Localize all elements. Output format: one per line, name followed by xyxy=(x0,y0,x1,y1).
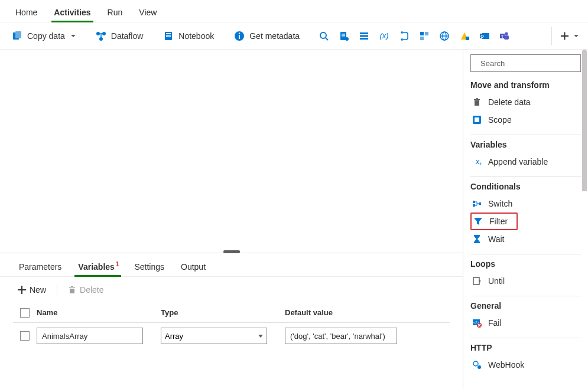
stored-proc-icon[interactable] xyxy=(355,27,373,45)
svg-rect-6 xyxy=(166,33,171,34)
section-loops: Loops xyxy=(470,259,581,269)
svg-text:(x): (x) xyxy=(379,31,388,40)
svg-rect-19 xyxy=(360,38,368,40)
delete-variable-button[interactable]: Delete xyxy=(63,283,108,297)
web-icon[interactable] xyxy=(436,27,453,45)
svg-rect-41 xyxy=(473,201,475,203)
tab-parameters[interactable]: Parameters xyxy=(11,259,70,276)
foreach-icon[interactable] xyxy=(395,27,413,45)
activity-delete-data[interactable]: Delete data xyxy=(470,93,581,111)
activity-filter[interactable]: Filter xyxy=(470,213,518,230)
activity-switch[interactable]: Switch xyxy=(470,195,581,213)
switch-icon xyxy=(472,198,482,209)
bottom-panel: Parameters Variables1 Settings Output Ne… xyxy=(0,253,463,389)
variable-type-select[interactable]: Array xyxy=(161,328,267,344)
copy-data-icon xyxy=(12,31,22,41)
lookup-icon[interactable] xyxy=(315,27,333,45)
col-default-header: Default value xyxy=(285,308,403,317)
activity-append-variable[interactable]: x+ Append variable xyxy=(470,153,581,171)
function-icon[interactable] xyxy=(456,27,473,45)
svg-rect-21 xyxy=(420,32,424,35)
activity-wait[interactable]: Wait xyxy=(470,230,581,248)
pipeline-canvas[interactable] xyxy=(0,50,463,253)
dataflow-label: Dataflow xyxy=(111,31,143,41)
copy-data-button[interactable]: Copy data xyxy=(7,28,80,44)
svg-point-16 xyxy=(345,37,349,41)
panel-splitter[interactable] xyxy=(223,250,240,253)
variable-default-input[interactable] xyxy=(285,328,397,344)
add-activity-button[interactable] xyxy=(551,27,569,45)
row-checkbox[interactable] xyxy=(20,331,30,341)
tab-activities[interactable]: Activities xyxy=(46,3,99,22)
get-metadata-button[interactable]: Get metadata xyxy=(229,28,304,44)
svg-point-10 xyxy=(239,32,240,34)
tab-run[interactable]: Run xyxy=(99,3,131,22)
svg-rect-32 xyxy=(504,35,509,40)
variable-name-input[interactable] xyxy=(37,328,143,344)
tab-output[interactable]: Output xyxy=(173,259,214,276)
teams-icon[interactable]: T xyxy=(496,27,514,45)
svg-rect-7 xyxy=(166,35,171,37)
activity-scope[interactable]: Scope xyxy=(470,111,581,129)
notebook-label: Notebook xyxy=(178,31,214,41)
dataflow-button[interactable]: Dataflow xyxy=(91,28,148,44)
append-variable-icon: x+ xyxy=(472,156,482,167)
filter-icon xyxy=(473,216,483,227)
activity-picker-panel: Move and transform Delete data Scope Var… xyxy=(463,50,588,389)
tab-view[interactable]: View xyxy=(131,3,165,22)
activity-until[interactable]: Until xyxy=(470,272,581,290)
activity-fail[interactable]: </> Fail xyxy=(470,314,581,332)
activity-search-input[interactable] xyxy=(480,59,580,68)
tab-variables[interactable]: Variables1 xyxy=(70,259,126,276)
svg-rect-23 xyxy=(420,37,424,40)
variables-count-badge: 1 xyxy=(116,261,119,267)
svg-text:O: O xyxy=(480,34,484,38)
notebook-icon xyxy=(163,31,174,41)
script-icon[interactable] xyxy=(335,27,353,45)
activities-toolbar: Copy data Dataflow Notebook Get metadata… xyxy=(0,22,588,50)
variables-header-row: Name Type Default value xyxy=(13,303,450,323)
svg-rect-9 xyxy=(239,35,240,39)
svg-rect-1 xyxy=(15,31,21,38)
svg-rect-42 xyxy=(473,204,475,207)
add-activity-chevron[interactable] xyxy=(571,27,581,45)
set-variable-icon[interactable]: (x) xyxy=(375,27,393,45)
if-icon[interactable] xyxy=(415,27,433,45)
section-variables: Variables xyxy=(470,140,581,149)
tab-home[interactable]: Home xyxy=(7,3,46,22)
svg-rect-43 xyxy=(479,202,481,205)
dataflow-icon xyxy=(96,31,106,41)
notebook-button[interactable]: Notebook xyxy=(158,28,219,44)
svg-rect-17 xyxy=(360,32,368,34)
svg-rect-15 xyxy=(342,35,345,37)
activity-webhook[interactable]: WebHook xyxy=(470,356,581,374)
svg-point-11 xyxy=(320,32,326,38)
col-name-header: Name xyxy=(37,308,161,317)
svg-rect-14 xyxy=(342,34,345,35)
variable-row: Array xyxy=(13,323,450,349)
webhook-icon xyxy=(472,359,482,370)
svg-point-48 xyxy=(473,361,478,366)
svg-rect-44 xyxy=(473,277,479,285)
until-icon xyxy=(472,276,482,286)
tab-settings[interactable]: Settings xyxy=(126,259,173,276)
select-all-checkbox[interactable] xyxy=(20,308,30,318)
section-http: HTTP xyxy=(470,343,581,352)
info-icon xyxy=(234,31,245,41)
new-variable-button[interactable]: New xyxy=(13,283,51,297)
svg-rect-18 xyxy=(360,35,368,37)
fail-icon: </> xyxy=(472,318,482,328)
top-tabs: Home Activities Run View xyxy=(0,0,588,22)
plus-icon xyxy=(18,286,26,294)
outlook-icon[interactable]: O xyxy=(476,27,493,45)
section-move-transform: Move and transform xyxy=(470,80,581,90)
svg-point-31 xyxy=(505,32,508,35)
svg-rect-27 xyxy=(466,37,469,40)
svg-rect-22 xyxy=(425,32,428,35)
get-metadata-label: Get metadata xyxy=(249,31,300,41)
hourglass-icon xyxy=(472,234,482,244)
svg-text:T: T xyxy=(501,34,504,38)
flyout-scrollbar[interactable] xyxy=(582,50,587,389)
trash-icon xyxy=(68,286,76,294)
activity-search[interactable] xyxy=(470,54,581,72)
